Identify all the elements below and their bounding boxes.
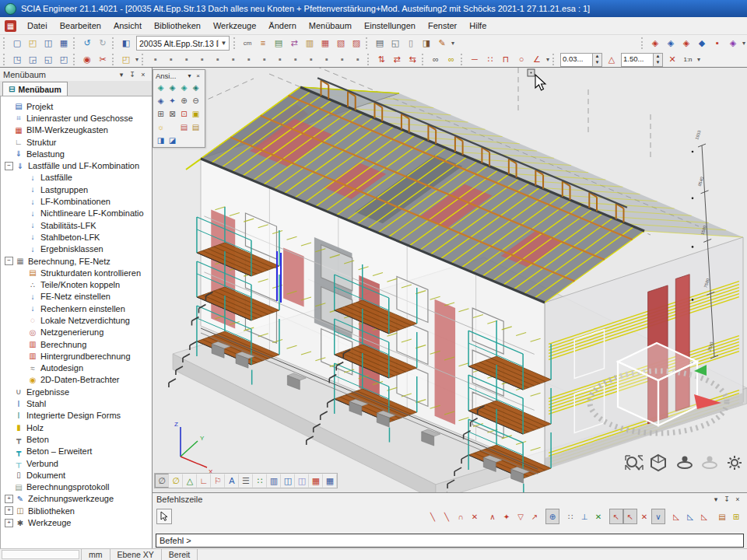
clipboard-button[interactable]: ▥ — [302, 36, 317, 51]
section-12-button[interactable]: ▪ — [319, 52, 335, 67]
image-button[interactable]: ▤ — [271, 36, 286, 51]
tree-item[interactable]: ┳Beton — [1, 433, 152, 445]
dropdown-caret-icon[interactable]: ▼ — [218, 40, 229, 47]
section-1-button[interactable]: ▪ — [148, 52, 163, 67]
clip-box-button[interactable]: ▣ — [190, 107, 202, 121]
visibility-eye-button[interactable]: ◉ — [79, 52, 95, 67]
new-button[interactable]: ▢ — [9, 36, 25, 51]
section-7-button[interactable]: ▪ — [241, 52, 257, 67]
tree-item[interactable]: ▥Berechnung — [1, 338, 152, 350]
tree-item[interactable]: ◉2D-Daten-Betrachter — [1, 374, 152, 386]
snap-point-button[interactable]: ✦ — [500, 509, 514, 524]
section-4-button[interactable]: ▪ — [195, 52, 210, 67]
tree-item[interactable]: −▦Berechnung, FE-Netz — [1, 255, 152, 267]
tree-item[interactable]: ∴Teile/Knoten koppeln — [1, 278, 152, 290]
spin-up-icon[interactable]: ▲ — [654, 54, 662, 60]
section-5-button[interactable]: ▪ — [210, 52, 226, 67]
snap-mid-button[interactable]: ✕ — [637, 509, 651, 524]
undo-button[interactable]: ↺ — [79, 36, 95, 51]
calc-supports-button[interactable]: ◈ — [679, 36, 694, 51]
draw-polyline-button[interactable]: ⊓ — [498, 52, 514, 67]
tree-item[interactable]: +◫Bibliotheken — [1, 505, 152, 516]
page-edit-button[interactable]: ✎ — [434, 36, 450, 51]
snap-end-1-button[interactable]: ↖ — [609, 509, 623, 524]
cmd-pin-icon[interactable]: ↧ — [721, 495, 732, 503]
cursor-select-button[interactable]: ⊕ — [545, 509, 559, 524]
section-3-button[interactable]: ▪ — [179, 52, 195, 67]
render-1-button[interactable]: ◫ — [281, 474, 295, 488]
tree-item[interactable]: ↓Nichtlineare LF-Kombinatio — [1, 208, 152, 219]
mesh-button[interactable]: ▦ — [317, 36, 333, 51]
calc-loads-button[interactable]: ◆ — [694, 36, 710, 51]
menu-menübaum[interactable]: Menübaum — [303, 19, 358, 33]
snap-line-2-button[interactable]: ╲ — [440, 509, 454, 524]
tree-item[interactable]: ∟Struktur — [1, 136, 152, 148]
tree-item[interactable]: IStahl — [1, 397, 152, 409]
section-10-button[interactable]: ▪ — [288, 52, 303, 67]
volumes-button[interactable]: ∅ — [155, 474, 169, 488]
layer-b-button[interactable]: ◪ — [167, 134, 178, 147]
menu-einstellungen[interactable]: Einstellungen — [358, 19, 422, 33]
connect-2-button[interactable]: ⇄ — [389, 52, 405, 67]
menu-werkzeuge[interactable]: Werkzeuge — [207, 19, 262, 33]
zoom-window-button[interactable]: ⊞ — [155, 107, 167, 121]
grid-view-button[interactable]: ▦ — [309, 474, 323, 488]
snap-coords-button[interactable]: ▤ — [715, 509, 729, 524]
tree-item[interactable]: ┬Verbund — [1, 457, 152, 469]
app-matrix-icon[interactable]: ▦ — [5, 20, 16, 32]
command-input[interactable]: Befehl > — [156, 534, 744, 548]
tree-item[interactable]: −⇓Lastfälle und LF-Kombination — [1, 159, 152, 171]
view-z-button[interactable]: ✦ — [167, 94, 178, 107]
section-9-button[interactable]: ▪ — [272, 52, 288, 67]
snap-plane-button[interactable]: ▽ — [514, 509, 528, 524]
section-14-button[interactable]: ▪ — [350, 52, 366, 67]
calc-more-button[interactable]: ◈ — [725, 36, 741, 51]
tree-expander-plus[interactable]: + — [5, 495, 13, 503]
tree-item[interactable]: +✎Zeichnungswerkzeuge — [1, 493, 152, 505]
document-button[interactable]: ▯ — [403, 36, 419, 51]
folder-export-button[interactable]: ◰ — [118, 52, 134, 67]
gallery-button[interactable]: ◨ — [419, 36, 434, 51]
cascade-4-button[interactable]: ◰ — [56, 52, 72, 67]
redo-button[interactable]: ↻ — [95, 36, 110, 51]
tree-item[interactable]: +✱Werkzeuge — [1, 516, 152, 528]
snap-tri-3-button[interactable]: ◺ — [697, 509, 711, 524]
menu-bibliotheken[interactable]: Bibliotheken — [148, 19, 207, 33]
ansicht-caret-icon[interactable]: ▾ — [185, 72, 194, 79]
tree-item[interactable]: ◌Lokale Netzverdichtung — [1, 314, 152, 326]
save-all-button[interactable]: ◫ — [40, 36, 56, 51]
calc-members-button[interactable]: ◈ — [663, 36, 679, 51]
layer-a-button[interactable]: ◨ — [155, 134, 167, 147]
draw-circle-button[interactable]: ○ — [514, 52, 529, 67]
tree-item[interactable]: ▯Dokument — [1, 469, 152, 481]
units-cm-button[interactable]: cm — [240, 36, 255, 51]
barrier-open-button[interactable]: ▧ — [333, 36, 349, 51]
tree-item[interactable]: ▥Hintergrundberechnung — [1, 350, 152, 362]
layers-button[interactable]: ≡ — [255, 36, 271, 51]
member-system-button[interactable]: ▥ — [267, 474, 281, 488]
light-button[interactable]: ☼ — [155, 121, 167, 134]
scale-1n-button[interactable]: 1:n — [680, 52, 696, 67]
ansicht-close-icon[interactable]: × — [194, 72, 202, 79]
connect-3-button[interactable]: ⇆ — [405, 52, 420, 67]
open-button[interactable]: ◰ — [25, 36, 40, 51]
tree-item[interactable]: ↓Lastgruppen — [1, 184, 152, 195]
panel-close-icon[interactable]: × — [138, 71, 149, 79]
section-8-button[interactable]: ▪ — [257, 52, 272, 67]
snap-vector-button[interactable]: ↗ — [528, 509, 542, 524]
tree-item[interactable]: ≈Autodesign — [1, 362, 152, 374]
panel-pin-icon[interactable]: ↧ — [127, 71, 138, 79]
snap-vertex-button[interactable]: ∧ — [486, 509, 500, 524]
barrier-closed-button[interactable]: ▨ — [349, 36, 364, 51]
section-2-button[interactable]: ▪ — [163, 52, 179, 67]
tree-item[interactable]: ∪Ergebnisse — [1, 386, 152, 397]
spin-down-icon[interactable]: ▼ — [593, 60, 601, 66]
zoom-all-button[interactable]: ⊠ — [167, 107, 178, 121]
window-split-button[interactable]: ◧ — [118, 36, 134, 51]
draw-points-button[interactable]: ∷ — [482, 52, 498, 67]
print-preview-button[interactable]: ◱ — [388, 36, 403, 51]
tree-item[interactable]: ⇓Belastung — [1, 148, 152, 159]
menu-hilfe[interactable]: Hilfe — [463, 19, 493, 33]
panel-caret-icon[interactable]: ▾ — [116, 71, 127, 79]
view-axo-2-button[interactable]: ◈ — [167, 81, 178, 94]
